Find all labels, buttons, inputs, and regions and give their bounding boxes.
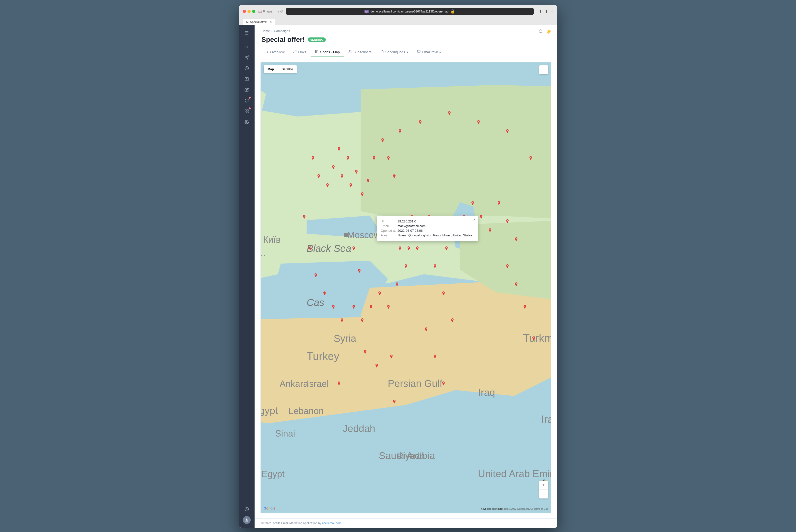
breadcrumb-current[interactable]: Campaigns	[274, 29, 290, 33]
tab-sending-logs[interactable]: Sending logs ▾	[376, 48, 413, 57]
map-pin[interactable]	[331, 305, 335, 310]
tab-email-review[interactable]: Email review	[413, 48, 446, 57]
map-pin[interactable]	[317, 174, 321, 179]
address-bar[interactable]: M demo.acellemail.com/campaigns/59674ae2…	[286, 8, 534, 15]
forward-button[interactable]: ↺	[280, 10, 283, 14]
map-pin[interactable]	[360, 192, 364, 198]
map-pin[interactable]	[352, 305, 356, 310]
map-pin[interactable]	[444, 246, 449, 252]
map-pin[interactable]	[471, 201, 475, 207]
map-pin[interactable]	[366, 179, 370, 184]
map-pin[interactable]	[441, 291, 446, 297]
map-pin[interactable]	[424, 327, 428, 333]
sidebar-item-home[interactable]: ⌂	[242, 42, 252, 52]
map-pin[interactable]	[337, 147, 341, 152]
map-zoom-in-button[interactable]: +	[539, 481, 548, 490]
map-pin[interactable]	[372, 156, 376, 162]
map-pin[interactable]	[325, 183, 329, 189]
map-pin[interactable]	[314, 273, 318, 279]
sidebar-item-send[interactable]	[242, 53, 252, 62]
tab-links[interactable]: Links	[289, 48, 310, 57]
map-zoom-out-button[interactable]: −	[539, 490, 548, 498]
minimize-button[interactable]	[247, 10, 251, 13]
map-pin[interactable]	[392, 400, 396, 405]
map-pin[interactable]	[355, 170, 358, 175]
map-pin[interactable]	[357, 269, 361, 274]
footer-link[interactable]: acellemail.com	[322, 521, 341, 525]
map-pin[interactable]	[514, 282, 518, 288]
map-pin[interactable]	[450, 318, 454, 324]
map-pin[interactable]	[363, 350, 367, 355]
sidebar-item-avatar[interactable]	[242, 515, 252, 525]
close-button[interactable]	[243, 10, 246, 13]
map-pin[interactable]	[395, 282, 399, 288]
map-pin[interactable]	[340, 174, 344, 179]
map-pin[interactable]	[390, 355, 393, 360]
share-icon[interactable]: ⬆	[545, 9, 548, 14]
back-button[interactable]: ‹	[278, 10, 279, 14]
map-pin[interactable]	[323, 291, 326, 297]
sidebar-item-clock[interactable]	[242, 63, 252, 73]
map-type-satellite-button[interactable]: Satellite	[278, 65, 297, 73]
sidebar-item-menu[interactable]: ☰	[242, 28, 252, 38]
sidebar-item-refresh[interactable]	[242, 96, 252, 106]
map-pin[interactable]	[433, 264, 437, 270]
map-pin[interactable]	[360, 318, 364, 324]
map-pin[interactable]	[479, 215, 483, 220]
map-pin[interactable]	[378, 291, 382, 297]
new-tab-icon[interactable]: +	[551, 9, 553, 14]
map-pin[interactable]	[506, 264, 509, 270]
sidebar-item-history[interactable]	[242, 504, 252, 514]
breadcrumb-home[interactable]: Home	[261, 29, 270, 33]
map-pin[interactable]	[308, 246, 312, 252]
map-view[interactable]: Tyrrhenian Sea Mediterranean Sea Black S…	[261, 62, 551, 513]
map-pin[interactable]	[418, 120, 422, 126]
map-pin[interactable]	[352, 246, 356, 252]
map-pin[interactable]	[386, 305, 391, 310]
map-pin[interactable]	[477, 120, 480, 126]
map-pin[interactable]	[337, 381, 341, 387]
map-pin[interactable]	[346, 156, 350, 162]
map-pin[interactable]	[369, 305, 373, 310]
map-pin[interactable]	[488, 228, 492, 234]
map-pin[interactable]	[302, 215, 306, 220]
map-pin[interactable]	[433, 355, 437, 360]
browser-tab[interactable]: M Special offer! ×	[243, 19, 275, 25]
map-fullscreen-button[interactable]: ⛶	[539, 65, 548, 74]
sidebar-item-settings[interactable]	[242, 117, 252, 127]
map-pin[interactable]	[415, 246, 419, 252]
map-pin[interactable]	[514, 238, 518, 243]
map-pin[interactable]	[349, 183, 353, 189]
map-pin[interactable]	[532, 337, 535, 342]
map-pin[interactable]	[375, 364, 379, 369]
sidebar-item-forms[interactable]	[242, 74, 252, 84]
map-pin[interactable]	[506, 129, 509, 135]
map-type-map-button[interactable]: Map	[264, 65, 278, 73]
map-pin[interactable]	[497, 201, 501, 207]
map-pin[interactable]	[448, 111, 451, 116]
tab-subscribers[interactable]: Subscribers	[344, 48, 376, 57]
map-pin[interactable]	[404, 264, 408, 270]
theme-icon[interactable]: ☀️	[546, 29, 551, 35]
map-pin[interactable]	[398, 129, 402, 135]
map-pin[interactable]	[340, 318, 344, 324]
map-pin[interactable]	[398, 246, 402, 252]
tab-close[interactable]: ×	[270, 20, 272, 24]
sidebar-item-grid[interactable]	[242, 107, 252, 116]
map-container[interactable]: Tyrrhenian Sea Mediterranean Sea Black S…	[261, 62, 551, 513]
tab-overview[interactable]: ✦ Overview	[261, 48, 289, 57]
download-icon[interactable]: ⬇	[539, 9, 542, 14]
map-pin[interactable]	[392, 174, 396, 179]
search-icon[interactable]	[538, 29, 543, 35]
map-pin[interactable]	[407, 246, 411, 252]
map-pin[interactable]	[386, 156, 391, 162]
sidebar-item-edit[interactable]	[242, 85, 252, 95]
tab-opens-map[interactable]: Opens - Map	[310, 48, 344, 57]
popup-close-button[interactable]: ×	[473, 217, 475, 222]
maximize-button[interactable]	[252, 10, 255, 13]
map-pin[interactable]	[506, 219, 509, 225]
map-pin[interactable]	[529, 156, 533, 162]
map-pin[interactable]	[441, 381, 446, 387]
map-pin[interactable]	[331, 165, 335, 171]
map-pin[interactable]	[381, 138, 384, 144]
